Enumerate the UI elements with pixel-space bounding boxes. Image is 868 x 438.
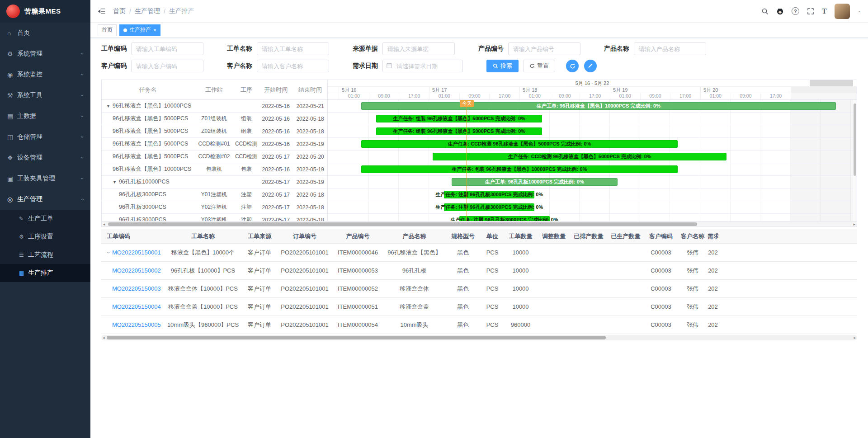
tools-icon: ⚒ <box>7 92 17 99</box>
gantt-grid-row[interactable]: 96孔移液盒【黑色】5000PCSCCD检测#01CCD检测2022-05-16… <box>102 138 327 151</box>
edit-button[interactable] <box>584 60 597 72</box>
fullscreen-icon[interactable] <box>807 8 814 15</box>
gantt-grid-row[interactable]: ▼96孔孔板10000PCS2022-05-172022-05-19 <box>102 176 327 188</box>
sidebar-item-home[interactable]: ⌂首页 <box>0 23 90 43</box>
sidebar-toggle-icon[interactable] <box>98 7 106 15</box>
work-order-link[interactable]: MO202205150005 <box>112 321 161 328</box>
sidebar-item-fixture[interactable]: ▣工装夹具管理› <box>0 168 90 189</box>
table-cell: 黑色 <box>445 321 481 329</box>
sidebar-item-work-order[interactable]: ✎生产工单 <box>0 210 90 228</box>
gantt-grid-row[interactable]: 96孔移液盒【黑色】5000PCSZ02组装机组装2022-05-162022-… <box>102 125 327 138</box>
text-input-产品编号[interactable] <box>508 42 580 55</box>
search-icon[interactable] <box>761 8 769 15</box>
app-logo-row[interactable]: 苦糖果MES <box>0 0 90 23</box>
work-order-link[interactable]: MO202205150004 <box>112 303 161 310</box>
document-icon: ▤ <box>7 113 17 120</box>
gantt-horizontal-scrollbar[interactable]: ◂ ▸ <box>102 221 857 226</box>
gantt-bar-task[interactable]: 生产任务: 注塑 96孔孔板3000PCS 完成比例: 0% <box>459 216 550 221</box>
sidebar-item-system-tools[interactable]: ⚒系统工具› <box>0 85 90 106</box>
tab-scheduling[interactable]: 生产排产× <box>119 24 160 36</box>
gantt-bar-task[interactable]: 生产任务: CCD检测 96孔移液盒【黑色】5000PCS 完成比例: 0% <box>361 140 678 148</box>
flow-icon: ☰ <box>19 252 28 258</box>
column-header-客户名称: 客户名称 <box>678 232 708 240</box>
text-input-工单编码[interactable] <box>131 42 203 55</box>
work-order-link[interactable]: MO202205150001 <box>112 249 161 256</box>
scroll-right-arrow-icon[interactable]: ▸ <box>854 335 856 340</box>
filter-field-客户编码: 客户编码 <box>101 60 203 72</box>
font-size-icon[interactable]: T <box>822 7 827 15</box>
sidebar-item-equipment[interactable]: ❖设备管理› <box>0 147 90 168</box>
gantt-grid-row[interactable]: 96孔移液盒【黑色】10000PCS包装机包装2022-05-162022-05… <box>102 163 327 176</box>
process: CCD检测 <box>234 153 259 160</box>
text-input-客户名称[interactable] <box>257 60 329 72</box>
text-input-工单名称[interactable] <box>257 42 329 55</box>
search-button[interactable]: 搜索 <box>486 60 519 72</box>
help-icon[interactable]: ? <box>792 7 799 15</box>
table-cell: C00003 <box>644 249 678 256</box>
scroll-left-arrow-icon[interactable]: ◂ <box>103 335 105 340</box>
reset-button[interactable]: 重置 <box>523 60 555 72</box>
sidebar-item-process-setup[interactable]: ⚙工序设置 <box>0 228 90 246</box>
gantt-bar-task[interactable]: 生产任务: 注塑 96孔孔板3000PCS 完成比例: 0% <box>444 191 534 198</box>
gantt-bar-order[interactable]: 生产工单: 96孔孔板10000PCS 完成比例: 0% <box>452 178 618 186</box>
chevron-down-icon[interactable]: › <box>105 250 112 255</box>
gantt-bar-order[interactable]: 生产工单: 96孔移液盒【黑色】10000PCS 完成比例: 0% <box>361 102 836 110</box>
refresh-button[interactable] <box>566 60 579 72</box>
sidebar-item-warehouse[interactable]: ◫仓储管理› <box>0 127 90 147</box>
sidebar-item-scheduling[interactable]: ▦生产排产 <box>0 264 90 282</box>
work-order-link[interactable]: MO202205150003 <box>112 285 161 292</box>
column-header-已生产数量: 已生产数量 <box>607 232 644 240</box>
chevron-down-icon: › <box>80 115 85 117</box>
github-icon[interactable] <box>776 7 784 15</box>
table-row[interactable]: MO202205150004移液盒盒盖【10000】PCS客户订单PO20220… <box>101 298 857 316</box>
breadcrumb-production[interactable]: 生产管理 <box>135 7 160 15</box>
sidebar-item-process-flow[interactable]: ☰工艺流程 <box>0 246 90 264</box>
table-horizontal-scrollbar[interactable]: ◂ ▸ <box>101 335 857 340</box>
scroll-left-arrow-icon[interactable]: ◂ <box>103 221 105 227</box>
sidebar-item-system-admin[interactable]: ⚙系统管理› <box>0 43 90 64</box>
gantt-grid-row[interactable]: ▼96孔移液盒【黑色】10000PCS2022-05-162022-05-21 <box>102 100 327 113</box>
scrollbar-thumb[interactable] <box>107 336 606 339</box>
gantt-bar-task[interactable]: 生产任务: 注塑 96孔孔板3000PCS 完成比例: 0% <box>444 203 534 211</box>
table-cell: 张伟 <box>678 285 708 293</box>
sidebar-item-label: 系统工具 <box>17 91 81 99</box>
gantt-grid-row[interactable]: 96孔移液盒【黑色】5000PCSZ01组装机组装2022-05-162022-… <box>102 113 327 125</box>
table-row[interactable]: ›MO202205150001移液盒【黑色】10000个客户订单PO202205… <box>101 244 857 262</box>
gantt-grid-row[interactable]: 96孔孔板3000PCSY01注塑机注塑2022-05-172022-05-18 <box>102 188 327 201</box>
gantt-bar-task[interactable]: 生产任务: 组装 96孔移液盒【黑色】5000PCS 完成比例: 0% <box>376 115 542 122</box>
text-input-产品名称[interactable] <box>634 42 706 55</box>
table-row[interactable]: MO202205150003移液盒盒体【10000】PCS客户订单PO20220… <box>101 280 857 298</box>
date-input-需求日期[interactable] <box>382 60 463 72</box>
close-icon[interactable]: × <box>153 28 156 33</box>
table-cell: PCS <box>481 285 504 292</box>
gantt-bar-task[interactable]: 生产任务: CCD检测 96孔移液盒【黑色】5000PCS 完成比例: 0% <box>433 153 726 160</box>
task-name-text: 96孔孔板3000PCS <box>119 216 166 221</box>
gantt-bar-task[interactable]: 生产任务: 组装 96孔移液盒【黑色】5000PCS 完成比例: 0% <box>376 127 542 135</box>
expand-triangle-icon[interactable]: ▼ <box>113 180 117 184</box>
gantt-grid-row[interactable]: 96孔移液盒【黑色】5000PCSCCD检测#02CCD检测2022-05-17… <box>102 151 327 163</box>
table-cell: 移液盒盒体【10000】PCS <box>165 285 241 293</box>
text-input-来源单据[interactable] <box>382 42 455 55</box>
text-input-客户编码[interactable] <box>131 60 203 72</box>
vertical-scrollbar[interactable] <box>853 100 857 221</box>
sidebar-item-label: 生产排产 <box>28 269 53 277</box>
chevron-down-icon: › <box>106 252 111 254</box>
expand-triangle-icon[interactable]: ▼ <box>106 104 110 108</box>
scroll-right-arrow-icon[interactable]: ▸ <box>853 221 855 227</box>
avatar[interactable] <box>835 4 850 19</box>
gantt-bar-task[interactable]: 生产任务: 包装 96孔移液盒【黑色】10000PCS 完成比例: 0% <box>361 165 678 173</box>
sidebar-item-system-monitor[interactable]: ◉系统监控› <box>0 64 90 85</box>
scrollbar-thumb[interactable] <box>854 104 856 176</box>
sidebar-item-production[interactable]: ◎生产管理› <box>0 189 90 210</box>
gantt-grid-row[interactable]: 96孔孔板3000PCSY03注塑机注塑2022-05-172022-05-18 <box>102 214 327 221</box>
table-cell: 96孔孔板 <box>384 267 445 275</box>
breadcrumb-home[interactable]: 首页 <box>113 7 126 15</box>
scrollbar-thumb[interactable] <box>108 222 697 226</box>
tab-home[interactable]: 首页 <box>98 24 117 36</box>
work-order-link[interactable]: MO202205150002 <box>112 267 161 274</box>
gantt-grid-row[interactable]: 96孔孔板3000PCSY02注塑机注塑2022-05-172022-05-18 <box>102 201 327 214</box>
sidebar-item-master-data[interactable]: ▤主数据› <box>0 106 90 127</box>
start-time: 2022-05-16 <box>259 166 293 173</box>
table-row[interactable]: MO20220515000510mm吸头【960000】PCS客户订单PO202… <box>101 316 857 334</box>
table-row[interactable]: MO20220515000296孔孔板【10000】PCS客户订单PO20220… <box>101 262 857 280</box>
